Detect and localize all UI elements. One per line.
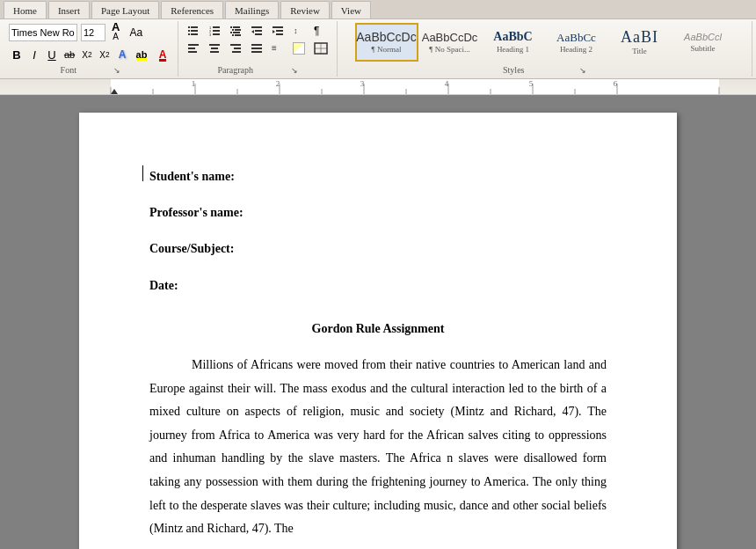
style-heading2-preview: AaBbCc: [556, 32, 596, 43]
body-text[interactable]: Millions of Africans were moved from the…: [149, 354, 607, 541]
show-formatting-button[interactable]: ¶: [310, 23, 323, 39]
svg-rect-13: [233, 26, 240, 28]
svg-rect-4: [188, 33, 190, 35]
multilevel-list-button[interactable]: [226, 23, 245, 39]
align-center-button[interactable]: [205, 40, 224, 56]
ruler-inner: 1 2 3 4 5 6: [0, 79, 756, 94]
svg-rect-37: [232, 51, 241, 53]
style-title[interactable]: AaBI Title: [608, 23, 672, 62]
numbering-button[interactable]: 123: [205, 23, 224, 39]
svg-rect-15: [235, 29, 241, 31]
shrink-font-button[interactable]: A: [109, 33, 122, 41]
styles-expand-button[interactable]: ↘: [579, 66, 586, 75]
tab-page-layout[interactable]: Page Layout: [91, 1, 159, 18]
tab-mailings[interactable]: Mailings: [225, 1, 279, 18]
bold-button[interactable]: B: [9, 47, 25, 62]
paragraph-expand-button[interactable]: ↘: [291, 66, 298, 75]
tab-references[interactable]: References: [161, 1, 223, 18]
font-color-button[interactable]: A: [153, 47, 172, 62]
font-expand-button[interactable]: ↘: [113, 66, 120, 75]
svg-rect-21: [255, 30, 262, 32]
svg-text:3: 3: [209, 33, 212, 37]
italic-button[interactable]: I: [26, 47, 42, 62]
svg-rect-40: [251, 51, 262, 53]
increase-indent-button[interactable]: [268, 23, 287, 39]
clear-format-button[interactable]: Aa: [126, 25, 146, 40]
tab-home[interactable]: Home: [4, 1, 47, 18]
justify-button[interactable]: [247, 40, 266, 56]
style-heading1-label: Heading 1: [497, 45, 529, 54]
svg-text:≡: ≡: [272, 43, 277, 53]
styles-group-label: Styles ↘: [338, 65, 752, 75]
font-group-label: Font ↘: [4, 65, 178, 75]
decrease-indent-icon: [251, 25, 263, 37]
svg-rect-39: [251, 48, 262, 49]
justify-icon: [251, 42, 263, 55]
svg-text:1: 1: [192, 79, 196, 88]
svg-rect-1: [191, 26, 198, 28]
svg-rect-5: [191, 33, 198, 35]
course-subject-field: Course/Subject:: [149, 238, 607, 260]
style-heading2[interactable]: AaBbCc Heading 2: [545, 23, 608, 62]
date-field: Date:: [149, 274, 607, 296]
font-size-input[interactable]: [81, 24, 105, 41]
bullets-button[interactable]: [184, 23, 203, 39]
svg-text:6: 6: [614, 79, 618, 88]
course-subject-label: Course/Subject:: [149, 242, 234, 255]
subscript-button[interactable]: X2: [79, 47, 95, 62]
style-normal[interactable]: AaBbCcDc ¶ Normal: [355, 23, 418, 62]
sort-button[interactable]: ↕: [289, 23, 309, 39]
align-left-button[interactable]: [184, 40, 203, 56]
svg-rect-9: [213, 30, 220, 32]
svg-rect-35: [230, 44, 241, 46]
svg-marker-23: [251, 30, 254, 33]
borders-icon: [314, 42, 328, 55]
tab-review[interactable]: Review: [280, 1, 330, 18]
paragraph-group: 123 ↕ ¶: [178, 21, 338, 77]
svg-rect-0: [188, 26, 190, 28]
svg-rect-7: [213, 26, 220, 28]
document-area[interactable]: Student's name: Professor's name: Course…: [0, 95, 756, 549]
multilevel-icon: [229, 25, 242, 37]
svg-rect-16: [230, 32, 232, 33]
underline-button[interactable]: U: [44, 47, 60, 62]
style-no-spacing[interactable]: AaBbCcDc ¶ No Spaci...: [418, 23, 482, 62]
svg-rect-20: [251, 26, 262, 28]
font-name-input[interactable]: [9, 24, 77, 41]
increase-indent-icon: [272, 25, 284, 37]
style-subtitle[interactable]: AaBbCcl Subtitle: [672, 23, 735, 62]
align-right-button[interactable]: [226, 40, 245, 56]
svg-rect-14: [232, 29, 234, 31]
style-no-spacing-label: ¶ No Spaci...: [429, 45, 469, 54]
text-highlight-button[interactable]: ab: [132, 47, 151, 62]
style-heading1[interactable]: AaBbC Heading 1: [482, 23, 545, 62]
tab-view[interactable]: View: [331, 1, 371, 18]
svg-text:3: 3: [360, 79, 365, 88]
svg-rect-22: [255, 33, 262, 35]
tab-insert[interactable]: Insert: [48, 1, 90, 18]
shading-button[interactable]: [289, 40, 309, 56]
date-label: Date:: [149, 279, 178, 292]
svg-rect-24: [273, 26, 283, 28]
decrease-indent-button[interactable]: [247, 23, 266, 39]
clear-format-icon: Aa: [129, 26, 142, 39]
svg-text:↕: ↕: [294, 26, 298, 35]
superscript-button[interactable]: X2: [97, 47, 113, 62]
align-left-icon: [187, 42, 200, 55]
style-title-label: Title: [632, 47, 647, 55]
style-title-preview: AaBI: [621, 29, 658, 45]
line-spacing-icon: ≡: [272, 42, 284, 55]
styles-group: AaBbCcDc ¶ Normal AaBbCcDc ¶ No Spaci...…: [338, 21, 752, 77]
line-spacing-button[interactable]: ≡: [268, 40, 287, 56]
cursor: [142, 165, 143, 181]
svg-rect-33: [211, 48, 218, 49]
text-effects-button[interactable]: A: [114, 47, 130, 62]
bullets-icon: [187, 25, 200, 37]
svg-text:2: 2: [276, 79, 280, 88]
grow-font-button[interactable]: A: [109, 23, 122, 32]
strikethrough-button[interactable]: ab: [62, 47, 77, 62]
page: Student's name: Professor's name: Course…: [79, 113, 677, 549]
shading-icon: [293, 42, 305, 55]
borders-button[interactable]: [310, 40, 331, 56]
style-normal-label: ¶ Normal: [372, 45, 402, 54]
